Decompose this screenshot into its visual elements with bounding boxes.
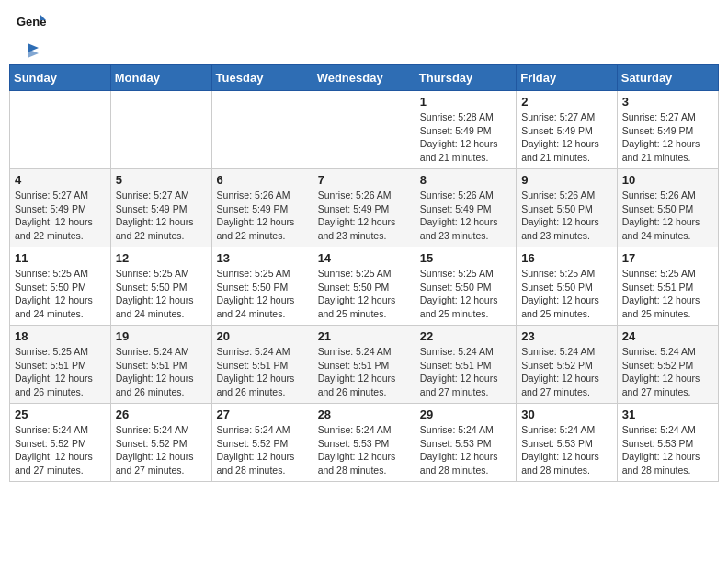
day-info: Sunrise: 5:24 AM Sunset: 5:52 PM Dayligh… [15, 423, 106, 477]
day-cell: 9Sunrise: 5:26 AM Sunset: 5:50 PM Daylig… [517, 169, 618, 247]
day-cell: 24Sunrise: 5:24 AM Sunset: 5:52 PM Dayli… [617, 326, 718, 404]
day-number: 29 [420, 408, 511, 421]
day-cell [10, 91, 111, 169]
day-cell [313, 91, 415, 169]
day-cell: 4Sunrise: 5:27 AM Sunset: 5:49 PM Daylig… [10, 169, 111, 247]
day-info: Sunrise: 5:25 AM Sunset: 5:50 PM Dayligh… [15, 267, 106, 321]
day-number: 28 [318, 408, 410, 421]
day-info: Sunrise: 5:26 AM Sunset: 5:50 PM Dayligh… [622, 189, 713, 243]
day-info: Sunrise: 5:24 AM Sunset: 5:52 PM Dayligh… [116, 423, 207, 477]
day-cell: 28Sunrise: 5:24 AM Sunset: 5:53 PM Dayli… [313, 404, 415, 482]
day-info: Sunrise: 5:24 AM Sunset: 5:53 PM Dayligh… [420, 423, 511, 477]
day-number: 14 [318, 251, 410, 265]
logo-flag-icon [18, 42, 39, 59]
day-number: 27 [217, 408, 308, 421]
day-cell: 8Sunrise: 5:26 AM Sunset: 5:49 PM Daylig… [415, 169, 516, 247]
day-info: Sunrise: 5:24 AM Sunset: 5:51 PM Dayligh… [217, 345, 308, 399]
week-row-5: 25Sunrise: 5:24 AM Sunset: 5:52 PM Dayli… [10, 404, 719, 482]
day-info: Sunrise: 5:27 AM Sunset: 5:49 PM Dayligh… [622, 110, 713, 165]
week-row-4: 18Sunrise: 5:25 AM Sunset: 5:51 PM Dayli… [10, 326, 719, 404]
day-info: Sunrise: 5:24 AM Sunset: 5:53 PM Dayligh… [521, 423, 612, 477]
day-number: 22 [420, 329, 511, 343]
day-info: Sunrise: 5:24 AM Sunset: 5:51 PM Dayligh… [116, 345, 207, 399]
page-header: General [9, 9, 719, 59]
day-cell: 13Sunrise: 5:25 AM Sunset: 5:50 PM Dayli… [211, 247, 313, 326]
day-number: 18 [15, 329, 106, 343]
day-cell: 22Sunrise: 5:24 AM Sunset: 5:51 PM Dayli… [415, 326, 516, 404]
day-cell: 29Sunrise: 5:24 AM Sunset: 5:53 PM Dayli… [415, 404, 516, 482]
day-cell: 19Sunrise: 5:24 AM Sunset: 5:51 PM Dayli… [110, 326, 211, 404]
day-cell: 14Sunrise: 5:25 AM Sunset: 5:50 PM Dayli… [313, 247, 415, 326]
logo-icon: General [17, 13, 46, 42]
day-number: 16 [521, 251, 612, 265]
column-header-tuesday: Tuesday [211, 65, 313, 91]
day-info: Sunrise: 5:24 AM Sunset: 5:52 PM Dayligh… [521, 345, 612, 399]
day-cell [110, 91, 211, 169]
logo: General [17, 13, 46, 55]
day-number: 5 [116, 173, 207, 187]
day-number: 9 [521, 173, 612, 187]
week-row-2: 4Sunrise: 5:27 AM Sunset: 5:49 PM Daylig… [10, 169, 719, 247]
column-header-thursday: Thursday [415, 65, 516, 91]
day-number: 12 [116, 251, 207, 265]
day-info: Sunrise: 5:24 AM Sunset: 5:52 PM Dayligh… [622, 345, 713, 399]
day-info: Sunrise: 5:25 AM Sunset: 5:50 PM Dayligh… [217, 267, 308, 321]
column-header-monday: Monday [110, 65, 211, 91]
day-info: Sunrise: 5:26 AM Sunset: 5:49 PM Dayligh… [217, 189, 308, 243]
day-cell: 17Sunrise: 5:25 AM Sunset: 5:51 PM Dayli… [617, 247, 718, 326]
calendar-header-row: SundayMondayTuesdayWednesdayThursdayFrid… [10, 65, 719, 91]
column-header-wednesday: Wednesday [313, 65, 415, 91]
day-cell: 3Sunrise: 5:27 AM Sunset: 5:49 PM Daylig… [617, 91, 718, 169]
calendar-table: SundayMondayTuesdayWednesdayThursdayFrid… [9, 64, 719, 482]
day-cell: 2Sunrise: 5:27 AM Sunset: 5:49 PM Daylig… [517, 91, 618, 169]
day-number: 6 [217, 173, 308, 187]
day-number: 23 [521, 329, 612, 343]
week-row-1: 1Sunrise: 5:28 AM Sunset: 5:49 PM Daylig… [10, 91, 719, 169]
day-cell: 31Sunrise: 5:24 AM Sunset: 5:53 PM Dayli… [617, 404, 718, 482]
day-cell: 5Sunrise: 5:27 AM Sunset: 5:49 PM Daylig… [110, 169, 211, 247]
day-cell: 11Sunrise: 5:25 AM Sunset: 5:50 PM Dayli… [10, 247, 111, 326]
day-info: Sunrise: 5:24 AM Sunset: 5:51 PM Dayligh… [420, 345, 511, 399]
day-cell: 26Sunrise: 5:24 AM Sunset: 5:52 PM Dayli… [110, 404, 211, 482]
day-number: 3 [622, 95, 713, 109]
day-info: Sunrise: 5:25 AM Sunset: 5:50 PM Dayligh… [521, 267, 612, 321]
day-number: 1 [420, 95, 511, 109]
day-info: Sunrise: 5:25 AM Sunset: 5:50 PM Dayligh… [116, 267, 207, 321]
column-header-sunday: Sunday [10, 65, 111, 91]
day-cell: 15Sunrise: 5:25 AM Sunset: 5:50 PM Dayli… [415, 247, 516, 326]
day-info: Sunrise: 5:25 AM Sunset: 5:50 PM Dayligh… [318, 267, 410, 321]
day-info: Sunrise: 5:27 AM Sunset: 5:49 PM Dayligh… [521, 110, 612, 165]
day-number: 4 [15, 173, 106, 187]
day-number: 13 [217, 251, 308, 265]
column-header-friday: Friday [517, 65, 618, 91]
day-cell: 6Sunrise: 5:26 AM Sunset: 5:49 PM Daylig… [211, 169, 313, 247]
day-cell: 25Sunrise: 5:24 AM Sunset: 5:52 PM Dayli… [10, 404, 111, 482]
day-cell: 27Sunrise: 5:24 AM Sunset: 5:52 PM Dayli… [211, 404, 313, 482]
day-info: Sunrise: 5:26 AM Sunset: 5:50 PM Dayligh… [521, 189, 612, 243]
day-info: Sunrise: 5:27 AM Sunset: 5:49 PM Dayligh… [116, 189, 207, 243]
day-number: 30 [521, 408, 612, 421]
day-number: 15 [420, 251, 511, 265]
day-info: Sunrise: 5:26 AM Sunset: 5:49 PM Dayligh… [318, 189, 410, 243]
week-row-3: 11Sunrise: 5:25 AM Sunset: 5:50 PM Dayli… [10, 247, 719, 326]
day-number: 25 [15, 408, 106, 421]
day-cell: 23Sunrise: 5:24 AM Sunset: 5:52 PM Dayli… [517, 326, 618, 404]
day-number: 21 [318, 329, 410, 343]
day-info: Sunrise: 5:25 AM Sunset: 5:50 PM Dayligh… [420, 267, 511, 321]
day-number: 19 [116, 329, 207, 343]
day-cell: 7Sunrise: 5:26 AM Sunset: 5:49 PM Daylig… [313, 169, 415, 247]
day-number: 10 [622, 173, 713, 187]
day-cell: 12Sunrise: 5:25 AM Sunset: 5:50 PM Dayli… [110, 247, 211, 326]
day-cell [211, 91, 313, 169]
column-header-saturday: Saturday [617, 65, 718, 91]
day-cell: 1Sunrise: 5:28 AM Sunset: 5:49 PM Daylig… [415, 91, 516, 169]
day-cell: 21Sunrise: 5:24 AM Sunset: 5:51 PM Dayli… [313, 326, 415, 404]
day-number: 26 [116, 408, 207, 421]
day-number: 2 [521, 95, 612, 109]
day-number: 20 [217, 329, 308, 343]
day-info: Sunrise: 5:25 AM Sunset: 5:51 PM Dayligh… [15, 345, 106, 399]
day-number: 24 [622, 329, 713, 343]
day-info: Sunrise: 5:26 AM Sunset: 5:49 PM Dayligh… [420, 189, 511, 243]
day-info: Sunrise: 5:27 AM Sunset: 5:49 PM Dayligh… [15, 189, 106, 243]
day-info: Sunrise: 5:24 AM Sunset: 5:53 PM Dayligh… [622, 423, 713, 477]
